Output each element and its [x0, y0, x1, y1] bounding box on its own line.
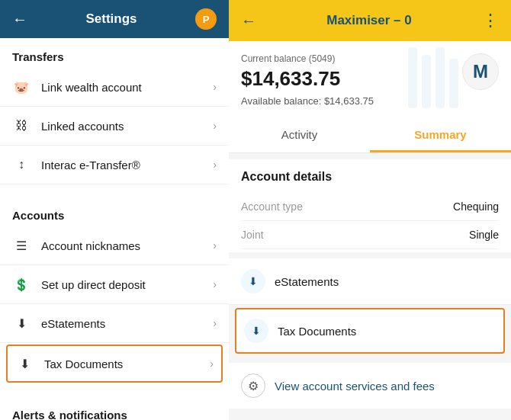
- alerts-section-label: Alerts & notifications: [0, 396, 229, 420]
- chevron-right-icon: ›: [213, 317, 217, 329]
- right-panel: ← Maximiser – 0 ⋮ M Current balance (504…: [229, 0, 511, 420]
- svg-rect-0: [408, 47, 417, 108]
- chevron-right-icon: ›: [213, 239, 217, 252]
- tab-activity[interactable]: Activity: [229, 119, 370, 152]
- left-header: ← Settings P: [0, 0, 229, 38]
- menu-item-link-wealth[interactable]: 🐷 Link wealth account ›: [0, 68, 229, 107]
- svg-rect-1: [422, 55, 431, 108]
- account-type-value: Chequing: [453, 200, 499, 213]
- svg-rect-3: [449, 59, 458, 108]
- link-wealth-label: Link wealth account: [41, 81, 213, 94]
- tabs-bar: Activity Summary: [229, 119, 511, 153]
- detail-row-account-type: Account type Chequing: [241, 193, 499, 221]
- menu-item-tax-documents[interactable]: ⬇ Tax Documents ›: [6, 345, 223, 383]
- list-icon: ☰: [12, 236, 31, 255]
- account-avatar: M: [462, 53, 499, 90]
- left-panel: ← Settings P Transfers 🐷 Link wealth acc…: [0, 0, 229, 420]
- chevron-right-icon: ›: [213, 278, 217, 290]
- tax-icon: ⬇: [15, 354, 34, 373]
- menu-item-direct-deposit[interactable]: 💲 Set up direct deposit ›: [0, 265, 229, 304]
- joint-value: Single: [469, 229, 499, 241]
- account-details-title: Account details: [241, 170, 499, 184]
- accounts-section-label: Accounts: [0, 197, 229, 226]
- menu-item-estatements[interactable]: ⬇ eStatements ›: [0, 304, 229, 343]
- detail-row-joint: Joint Single: [241, 221, 499, 249]
- linked-accounts-label: Linked accounts: [41, 120, 213, 133]
- tab-summary[interactable]: Summary: [370, 119, 511, 152]
- right-header: ← Maximiser – 0 ⋮: [229, 0, 511, 41]
- tax-documents-label: Tax Documents: [44, 357, 210, 370]
- link-icon: ⛓: [12, 117, 31, 135]
- menu-item-account-nicknames[interactable]: ☰ Account nicknames ›: [0, 226, 229, 265]
- menu-item-interac[interactable]: ↕ Interac e-Transfer® ›: [0, 146, 229, 184]
- svg-rect-2: [435, 47, 445, 108]
- view-services-text: View account services and fees: [275, 380, 435, 393]
- view-services-link-label: account services and fees: [302, 380, 434, 393]
- account-card: M Current balance (5049) $14,633.75 Avai…: [229, 41, 511, 119]
- direct-deposit-label: Set up direct deposit: [41, 278, 213, 291]
- chevron-right-icon: ›: [213, 120, 217, 132]
- interac-label: Interac e-Transfer®: [41, 159, 213, 172]
- more-options-icon[interactable]: ⋮: [482, 11, 499, 30]
- chevron-right-icon: ›: [213, 81, 217, 93]
- estatements-action-label: eStatements: [275, 275, 339, 288]
- menu-item-linked-accounts[interactable]: ⛓ Linked accounts ›: [0, 107, 229, 146]
- chevron-right-icon: ›: [210, 357, 214, 370]
- view-services-item[interactable]: ⚙ View account services and fees: [229, 363, 511, 409]
- settings-title: Settings: [27, 11, 195, 27]
- view-services-view-label: View: [275, 380, 299, 393]
- dollar-icon: 💲: [12, 275, 31, 293]
- tax-download-icon: ⬇: [244, 319, 268, 343]
- estatements-action-item[interactable]: ⬇ eStatements: [229, 258, 511, 305]
- estatements-download-icon: ⬇: [241, 269, 265, 293]
- chevron-right-icon: ›: [213, 159, 217, 171]
- account-type-label: Account type: [241, 200, 303, 213]
- transfer-icon: ↕: [12, 155, 31, 174]
- joint-label: Joint: [241, 229, 264, 241]
- right-back-button[interactable]: ←: [241, 12, 256, 30]
- download-icon: ⬇: [12, 314, 31, 332]
- settings-gear-icon: ⚙: [241, 374, 265, 398]
- piggy-bank-icon: 🐷: [12, 78, 31, 96]
- tax-documents-action-label: Tax Documents: [278, 325, 356, 338]
- estatements-label: eStatements: [41, 317, 213, 330]
- account-title: Maximiser – 0: [256, 13, 482, 28]
- account-nicknames-label: Account nicknames: [41, 239, 213, 252]
- tax-documents-action-item[interactable]: ⬇ Tax Documents: [235, 308, 505, 354]
- profile-avatar[interactable]: P: [195, 8, 217, 30]
- transfers-section-label: Transfers: [0, 38, 229, 68]
- back-button[interactable]: ←: [12, 11, 27, 28]
- account-details-section: Account details Account type Chequing Jo…: [229, 159, 511, 252]
- card-decoration: [408, 47, 461, 108]
